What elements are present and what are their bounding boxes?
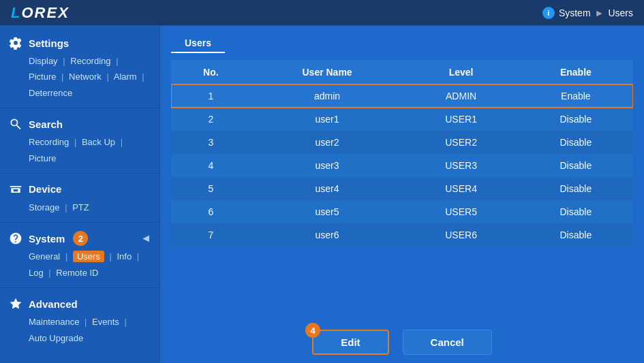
device-icon [8,182,23,197]
content-area: Users No. User Name Level Enable 1adminA… [160,26,644,363]
sidebar-section-system: System 2 ◄ General | Users | Info | Log … [0,227,159,283]
sidebar-header-system[interactable]: System 2 ◄ [8,231,151,246]
cell-no: 3 [171,131,251,154]
link-ptz[interactable]: PTZ [72,202,89,212]
tab-bar: Users [171,34,633,53]
col-no: No. [171,60,251,84]
breadcrumb-system: System [559,7,591,18]
cell-enable: Disable [519,131,633,154]
table-row[interactable]: 2user1USER1Disable [171,108,633,131]
table-row[interactable]: 4user3USER3Disable [171,154,633,177]
step-badge-2: 2 [73,231,88,246]
cell-enable: Disable [519,154,633,177]
system-label: System [29,233,65,244]
col-username: User Name [251,60,404,84]
link-picture[interactable]: Picture [29,72,56,82]
cell-username: user4 [251,177,404,200]
link-backup[interactable]: Back Up [82,137,115,147]
cell-enable: Disable [519,177,633,200]
users-table-wrapper: No. User Name Level Enable 1adminADMINEn… [171,60,633,323]
breadcrumb-page: Users [608,7,633,18]
link-log[interactable]: Log [29,268,44,278]
link-display[interactable]: Display [29,56,58,66]
system-links: General | Users | Info | Log | Remote ID [8,249,151,281]
advanced-links: Maintenance | Events | Auto Upgrade [8,314,151,346]
sidebar-section-advanced: Advanced Maintenance | Events | Auto Upg… [0,292,159,349]
link-network[interactable]: Network [69,72,102,82]
settings-label: Settings [29,37,69,49]
cell-username: user1 [251,108,404,131]
table-header-row: No. User Name Level Enable [171,60,633,84]
breadcrumb-arrow: ► [595,7,604,18]
col-level: Level [403,60,518,84]
cell-level: ADMIN [403,84,518,108]
sidebar-section-device: Device Storage | PTZ [0,178,159,218]
cell-enable: Disable [519,108,633,131]
search-icon [8,116,23,131]
cell-no: 1 [171,84,251,108]
cell-level: USER1 [403,108,518,131]
header: LOREX i System ► Users [0,0,644,26]
cell-level: USER3 [403,154,518,177]
cancel-button[interactable]: Cancel [403,330,492,355]
link-maintenance[interactable]: Maintenance [29,317,79,327]
link-recording-search[interactable]: Recording [29,137,69,147]
link-picture-search[interactable]: Picture [29,153,56,163]
users-table: No. User Name Level Enable 1adminADMINEn… [171,60,633,247]
edit-button[interactable]: 4 Edit [312,330,388,355]
cell-level: USER6 [403,223,518,247]
gear-icon [8,35,23,50]
system-icon [8,231,23,246]
footer-buttons: 4 Edit Cancel [171,330,633,355]
sidebar-header-settings[interactable]: Settings [8,35,151,50]
link-users[interactable]: Users [73,251,104,262]
sidebar-header-advanced[interactable]: Advanced [8,296,151,311]
cell-enable: Enable [519,84,633,108]
table-row[interactable]: 1adminADMINEnable [171,84,633,108]
cell-no: 2 [171,108,251,131]
cell-no: 7 [171,223,251,247]
advanced-icon [8,296,23,311]
settings-links: Display | Recording | Picture | Network … [8,53,151,101]
cell-username: admin [251,84,404,108]
sidebar-header-device[interactable]: Device [8,182,151,197]
sidebar: Settings Display | Recording | Picture |… [0,26,160,363]
search-label: Search [29,119,63,130]
main-layout: Settings Display | Recording | Picture |… [0,26,644,363]
link-general[interactable]: General [29,251,60,262]
cell-username: user6 [251,223,404,247]
col-enable: Enable [519,60,633,84]
table-row[interactable]: 5user4USER4Disable [171,177,633,200]
search-links: Recording | Back Up | Picture [8,134,151,166]
cell-username: user3 [251,154,404,177]
step-badge-4: 4 [305,323,320,338]
cell-enable: Disable [519,200,633,223]
link-alarm[interactable]: Alarm [114,72,137,82]
logo: LOREX [11,4,70,22]
link-deterrence[interactable]: Deterrence [29,88,72,98]
sidebar-arrow: ◄ [140,232,151,244]
cell-level: USER4 [403,177,518,200]
link-remote-id[interactable]: Remote ID [56,268,98,278]
advanced-label: Advanced [29,298,78,310]
table-row[interactable]: 7user6USER6Disable [171,223,633,247]
cell-level: USER2 [403,131,518,154]
link-recording[interactable]: Recording [70,56,110,66]
cell-username: user5 [251,200,404,223]
tab-users[interactable]: Users [171,34,225,53]
sidebar-header-search[interactable]: Search [8,116,151,131]
link-storage[interactable]: Storage [29,202,60,212]
sidebar-section-search: Search Recording | Back Up | Picture [0,112,159,169]
breadcrumb: i System ► Users [542,7,633,19]
info-icon: i [542,7,555,19]
cell-no: 5 [171,177,251,200]
cell-username: user2 [251,131,404,154]
cell-enable: Disable [519,223,633,247]
device-links: Storage | PTZ [8,200,151,215]
link-info[interactable]: Info [117,251,132,262]
table-row[interactable]: 3user2USER2Disable [171,131,633,154]
cell-no: 6 [171,200,251,223]
link-auto-upgrade[interactable]: Auto Upgrade [29,333,83,343]
link-events[interactable]: Events [92,317,119,327]
table-row[interactable]: 6user5USER5Disable [171,200,633,223]
